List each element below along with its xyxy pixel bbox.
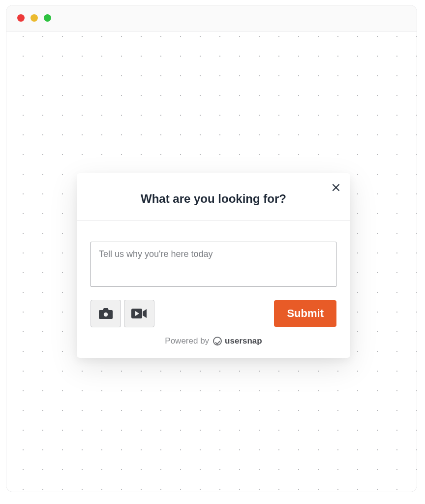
record-video-button[interactable] (124, 300, 154, 327)
screenshot-button[interactable] (91, 300, 121, 327)
close-button[interactable] (329, 180, 343, 195)
app-window: What are you looking for? (6, 5, 417, 492)
close-icon (332, 183, 340, 192)
brand-link[interactable]: usersnap (213, 336, 262, 346)
window-titlebar (6, 5, 417, 30)
feedback-modal: What are you looking for? (77, 173, 350, 358)
modal-body (77, 221, 350, 289)
modal-title: What are you looking for? (87, 192, 340, 206)
svg-point-2 (104, 313, 108, 316)
powered-by-label: Powered by (165, 336, 209, 346)
window-zoom-dot[interactable] (44, 14, 51, 22)
modal-actions: Submit (77, 289, 350, 327)
modal-footer: Powered by usersnap (77, 327, 350, 358)
dotted-canvas: What are you looking for? (6, 31, 417, 492)
attachment-group (91, 300, 154, 327)
brand-logo-icon (213, 337, 222, 346)
brand-name: usersnap (225, 336, 262, 346)
feedback-textarea[interactable] (91, 242, 336, 287)
window-close-dot[interactable] (17, 14, 25, 22)
submit-button[interactable]: Submit (274, 300, 336, 327)
window-minimize-dot[interactable] (30, 14, 38, 22)
video-icon (131, 308, 148, 319)
camera-icon (98, 307, 113, 320)
modal-header: What are you looking for? (77, 173, 350, 221)
